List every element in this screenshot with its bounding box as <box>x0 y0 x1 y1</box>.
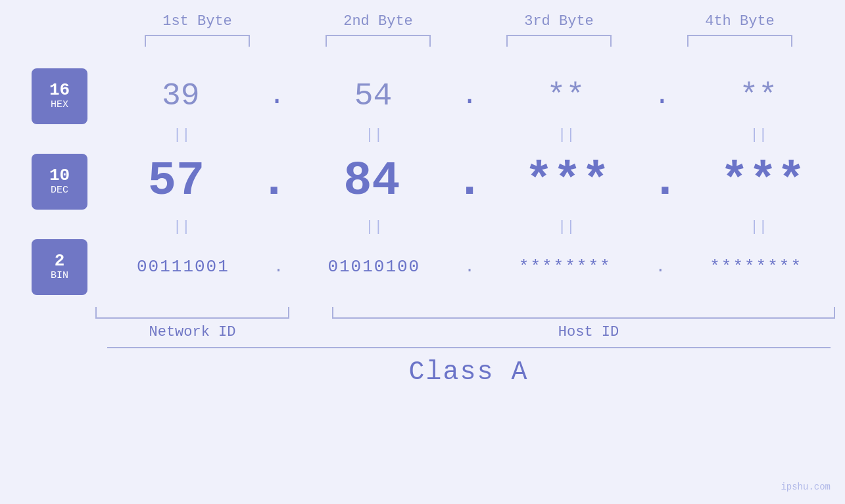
bin-b2-cell: 01010100 <box>285 257 463 277</box>
hex-row: 16 HEX 39 . 54 . ** . ** <box>0 66 845 126</box>
dec-row: 10 DEC 57 . 84 . *** . *** <box>0 145 845 218</box>
byte1-bracket-top <box>145 35 250 47</box>
bin-base-label: BIN <box>51 271 68 282</box>
bin-base-number: 2 <box>55 252 65 271</box>
dec-b4-cell: *** <box>681 154 845 208</box>
sep-row-1: || || || || <box>0 126 845 145</box>
bin-b4-value: ******** <box>710 257 802 277</box>
hex-b2-cell: 54 <box>287 78 460 114</box>
dec-dot2: . <box>455 158 483 205</box>
sep2-b3: || <box>480 220 653 235</box>
hex-b3-value: ** <box>547 78 585 114</box>
dec-b3-cell: *** <box>485 154 650 208</box>
sep2-b2: || <box>288 220 461 235</box>
sep1-gap1 <box>268 128 288 143</box>
dec-dot3: . <box>651 158 679 205</box>
bin-row: 2 BIN 00111001 . 01010100 . ******** . *… <box>0 237 845 296</box>
dec-base-number: 10 <box>49 166 70 185</box>
hex-base-number: 16 <box>49 81 70 100</box>
hex-b2-value: 54 <box>354 78 393 114</box>
byte4-label: 4th Byte <box>705 13 775 30</box>
dec-dot1: . <box>260 158 288 205</box>
host-id-label: Host ID <box>332 324 845 340</box>
bottom-brackets-container <box>95 300 845 319</box>
byte3-bracket-top <box>506 35 612 47</box>
hex-base-label: HEX <box>51 100 68 111</box>
hex-b1-cell: 39 <box>94 78 268 114</box>
byte1-col-header: 1st Byte <box>107 13 288 47</box>
network-bracket <box>95 307 289 319</box>
bin-b2-value: 01010100 <box>327 257 420 277</box>
sep2-b1: || <box>95 220 268 235</box>
attribution: ipshu.com <box>781 482 831 492</box>
main-container: 1st Byte 2nd Byte 3rd Byte 4th Byte 16 H… <box>0 0 845 504</box>
sep2-gap3 <box>653 220 673 235</box>
sep1-gap3 <box>653 128 673 143</box>
hex-values-area: 39 . 54 . ** . ** <box>94 78 845 114</box>
sep2-gap2 <box>460 220 480 235</box>
sep1-b4: || <box>673 128 846 143</box>
sep1-b1: || <box>95 128 268 143</box>
network-id-label: Network ID <box>95 324 289 340</box>
hex-badge: 16 HEX <box>32 68 87 124</box>
hex-b4-cell: ** <box>671 78 845 114</box>
sep-cells-1: || || || || <box>95 128 845 143</box>
byte4-bracket-top <box>687 35 792 47</box>
class-label: Class A <box>408 357 528 387</box>
id-labels-row: Network ID Host ID <box>95 324 845 340</box>
dec-b1-value: 57 <box>148 154 205 208</box>
dec-b1-cell: 57 <box>94 154 258 208</box>
bin-dot2: . <box>464 257 475 277</box>
bin-badge: 2 BIN <box>32 239 87 295</box>
byte3-col-header: 3rd Byte <box>469 13 650 47</box>
host-bracket <box>332 307 835 319</box>
labels-spacer <box>289 324 332 340</box>
dec-values-area: 57 . 84 . *** . *** <box>94 154 845 208</box>
dec-base-label: DEC <box>51 185 68 196</box>
byte-headers: 1st Byte 2nd Byte 3rd Byte 4th Byte <box>107 13 831 47</box>
bin-b1-cell: 00111001 <box>94 257 272 277</box>
bin-dot1: . <box>274 257 284 277</box>
bin-b4-cell: ******** <box>667 257 845 277</box>
sep1-gap2 <box>460 128 480 143</box>
byte2-bracket-top <box>326 35 431 47</box>
byte3-label: 3rd Byte <box>524 13 594 30</box>
sep-row-2: || || || || <box>0 218 845 237</box>
sep1-b3: || <box>480 128 653 143</box>
bin-values-area: 00111001 . 01010100 . ******** . *******… <box>94 257 845 277</box>
hex-dot1: . <box>269 80 285 112</box>
byte1-label: 1st Byte <box>162 13 232 30</box>
dec-badge: 10 DEC <box>32 154 87 210</box>
byte4-col-header: 4th Byte <box>650 13 831 47</box>
byte2-label: 2nd Byte <box>343 13 413 30</box>
class-line <box>107 347 831 348</box>
bin-b1-value: 00111001 <box>137 257 229 277</box>
sep2-gap1 <box>268 220 288 235</box>
hex-dot2: . <box>461 80 477 112</box>
byte2-col-header: 2nd Byte <box>288 13 469 47</box>
bin-b3-cell: ******** <box>476 257 654 277</box>
hex-b1-value: 39 <box>162 78 200 114</box>
class-row: Class A <box>107 347 831 387</box>
hex-b4-value: ** <box>739 78 777 114</box>
sep1-b2: || <box>288 128 461 143</box>
dec-b2-value: 84 <box>343 154 400 208</box>
hex-dot3: . <box>654 80 670 112</box>
dec-b4-value: *** <box>720 154 806 208</box>
dec-b2-cell: 84 <box>289 154 454 208</box>
hex-b3-cell: ** <box>479 78 653 114</box>
sep2-b4: || <box>673 220 846 235</box>
dec-b3-value: *** <box>525 154 610 208</box>
bin-dot3: . <box>656 257 666 277</box>
bin-b3-value: ******** <box>519 257 612 277</box>
sep-cells-2: || || || || <box>95 220 845 235</box>
